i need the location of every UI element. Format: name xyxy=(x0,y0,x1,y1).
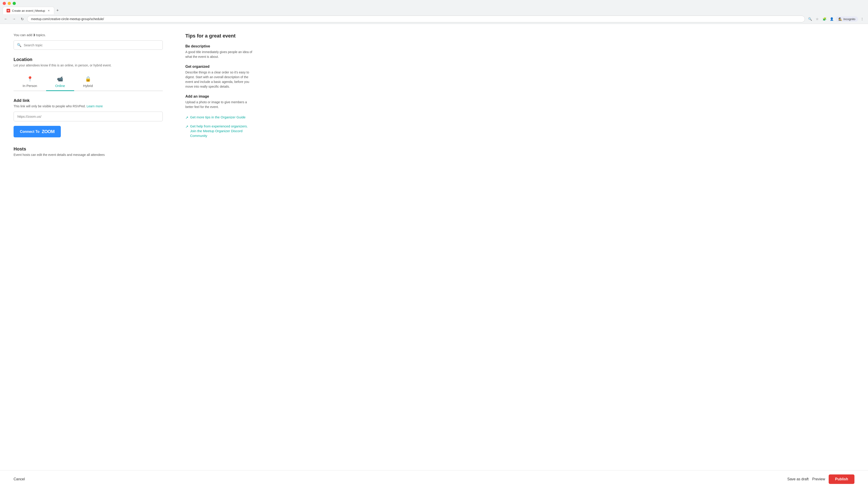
cancel-button[interactable]: Cancel xyxy=(13,477,25,481)
discord-community-label: Get help from experienced organizers. Jo… xyxy=(190,124,253,138)
search-icon[interactable]: 🔍 xyxy=(807,16,813,22)
tip-text-descriptive: A good title immediately gives people an… xyxy=(185,50,253,59)
tab-online[interactable]: 📹 Online xyxy=(46,73,74,91)
tab-in-person-label: In Person xyxy=(23,84,37,88)
tip-title-organized: Get organized xyxy=(185,65,253,69)
search-topic-input[interactable] xyxy=(24,43,159,47)
add-link-title: Add link xyxy=(13,98,163,103)
reload-button[interactable]: ↻ xyxy=(19,16,25,22)
minimize-window-button[interactable] xyxy=(8,2,11,5)
tip-text-image: Upload a photo or image to give members … xyxy=(185,100,253,109)
topics-hint: You can add 3 topics. xyxy=(13,33,163,37)
zoom-logo-text: ZOOM xyxy=(42,129,55,134)
bookmark-icon[interactable]: ☆ xyxy=(814,16,820,22)
bottom-right-buttons: Save as draft Preview Publish xyxy=(787,475,855,484)
tip-item-organized: Get organized Describe things in a clear… xyxy=(185,65,253,89)
close-window-button[interactable] xyxy=(3,2,6,5)
hosts-description: Event hosts can edit the event details a… xyxy=(13,153,163,157)
window-controls xyxy=(3,2,16,5)
url-text: meetup.com/creative-circle-meetup-group/… xyxy=(31,17,104,21)
preview-button[interactable]: Preview xyxy=(812,477,825,481)
tab-title: Create an event | Meetup xyxy=(12,9,45,12)
topics-hint-suffix: topics. xyxy=(35,33,46,37)
online-icon: 📹 xyxy=(57,76,63,82)
hosts-section: Hosts Event hosts can edit the event det… xyxy=(13,147,163,157)
add-link-desc-text: This link will only be visible to people… xyxy=(13,104,87,108)
topics-hint-prefix: You can add xyxy=(13,33,33,37)
browser-chrome: M Create an event | Meetup ✕ + ← → ↻ mee… xyxy=(0,0,868,24)
connect-to-label: Connect To xyxy=(20,130,39,134)
active-tab[interactable]: M Create an event | Meetup ✕ xyxy=(3,7,54,14)
connect-zoom-button[interactable]: Connect To ZOOM xyxy=(13,126,61,137)
forward-button[interactable]: → xyxy=(11,16,17,22)
add-link-section: Add link This link will only be visible … xyxy=(13,98,163,147)
discord-community-link[interactable]: ↗ Get help from experienced organizers. … xyxy=(185,124,253,138)
topics-section: You can add 3 topics. 🔍 xyxy=(13,33,163,50)
publish-button[interactable]: Publish xyxy=(829,475,855,484)
tip-text-organized: Describe things in a clear order so it's… xyxy=(185,70,253,89)
tab-online-label: Online xyxy=(55,84,65,88)
topic-search-box: 🔍 xyxy=(13,40,163,50)
location-description: Let your attendees know if this is an on… xyxy=(13,64,163,67)
external-link-icon-1: ↗ xyxy=(185,115,188,120)
title-bar xyxy=(0,0,868,7)
tab-favicon: M xyxy=(6,9,10,12)
learn-more-link[interactable]: Learn more xyxy=(87,104,103,108)
page-wrapper: You can add 3 topics. 🔍 Location Let you… xyxy=(0,24,868,488)
location-title: Location xyxy=(13,57,163,62)
url-bar[interactable]: meetup.com/creative-circle-meetup-group/… xyxy=(27,15,805,22)
browser-action-icons: 🔍 ☆ 🧩 👤 🕵️ Incognito ⋮ xyxy=(807,16,865,22)
zoom-link-input[interactable] xyxy=(13,111,163,121)
new-tab-button[interactable]: + xyxy=(54,7,61,14)
tab-bar: M Create an event | Meetup ✕ + xyxy=(0,7,868,14)
address-bar-row: ← → ↻ meetup.com/creative-circle-meetup-… xyxy=(0,14,868,24)
tab-hybrid[interactable]: 🔒 Hybrid xyxy=(74,73,102,91)
hosts-title: Hosts xyxy=(13,147,163,152)
external-link-icon-2: ↗ xyxy=(185,124,188,129)
tips-heading: Tips for a great event xyxy=(185,33,253,39)
profile-icon[interactable]: 👤 xyxy=(829,16,835,22)
add-link-description: This link will only be visible to people… xyxy=(13,104,163,108)
organizer-guide-link[interactable]: ↗ Get more tips in the Organizer Guide xyxy=(185,115,253,120)
incognito-badge: 🕵️ Incognito xyxy=(836,17,858,22)
search-icon: 🔍 xyxy=(17,43,22,47)
menu-icon[interactable]: ⋮ xyxy=(859,16,865,22)
extensions-icon[interactable]: 🧩 xyxy=(821,16,828,22)
tab-close-button[interactable]: ✕ xyxy=(47,9,51,12)
tip-item-image: Add an image Upload a photo or image to … xyxy=(185,94,253,109)
hybrid-icon: 🔒 xyxy=(85,76,91,82)
tab-in-person[interactable]: 📍 In Person xyxy=(13,73,46,91)
back-button[interactable]: ← xyxy=(3,16,9,22)
tips-sidebar: Tips for a great event Be descriptive A … xyxy=(176,24,262,488)
location-tabs: 📍 In Person 📹 Online 🔒 Hybrid xyxy=(13,73,163,91)
organizer-guide-label: Get more tips in the Organizer Guide xyxy=(190,115,246,120)
in-person-icon: 📍 xyxy=(27,76,33,82)
incognito-label: Incognito xyxy=(843,18,855,21)
location-section: Location Let your attendees know if this… xyxy=(13,57,163,91)
main-content: You can add 3 topics. 🔍 Location Let you… xyxy=(0,24,176,488)
maximize-window-button[interactable] xyxy=(13,2,16,5)
bottom-bar: Cancel Save as draft Preview Publish xyxy=(0,470,868,488)
tip-title-descriptive: Be descriptive xyxy=(185,44,253,48)
tab-hybrid-label: Hybrid xyxy=(83,84,93,88)
tip-title-image: Add an image xyxy=(185,94,253,98)
incognito-icon: 🕵️ xyxy=(838,18,842,21)
save-as-draft-button[interactable]: Save as draft xyxy=(787,477,809,481)
tip-item-descriptive: Be descriptive A good title immediately … xyxy=(185,44,253,59)
